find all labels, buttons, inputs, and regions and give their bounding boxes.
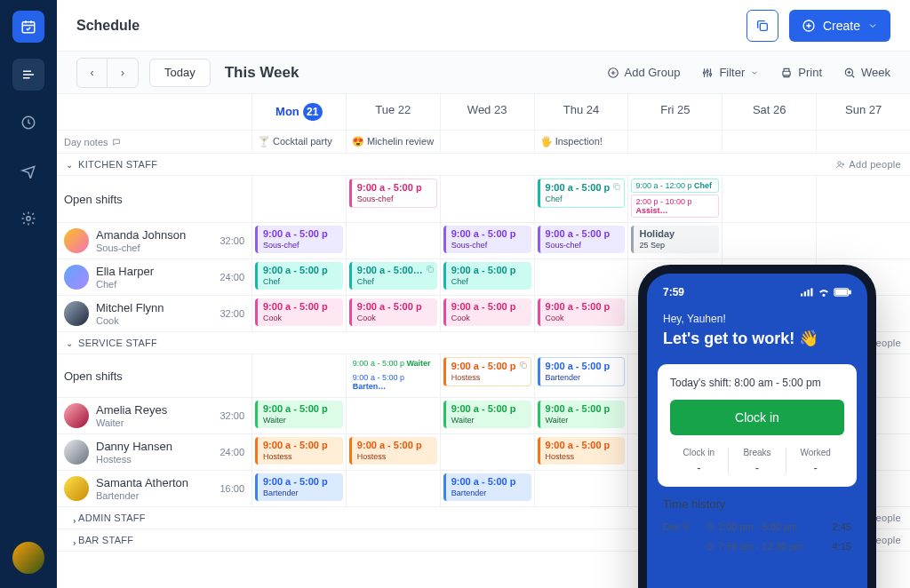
nav-settings[interactable] (12, 203, 44, 234)
nav-schedule[interactable] (12, 59, 44, 91)
shift[interactable]: 9:00 a - 5:00 pHostess (538, 437, 626, 465)
schedule-cell[interactable]: 9:00 a - 5:00 pCook (252, 296, 347, 331)
schedule-cell[interactable] (347, 471, 441, 506)
day-note[interactable]: 🍸 Cocktail party (252, 131, 347, 153)
shift[interactable]: 9:00 a - 5:00 pBartender (255, 473, 343, 501)
create-button[interactable]: Create (789, 10, 890, 42)
day-note[interactable] (817, 131, 910, 153)
schedule-cell[interactable] (817, 176, 910, 222)
person-row[interactable]: Danny HansenHostess 24:00 (57, 434, 252, 470)
user-avatar[interactable] (12, 542, 44, 574)
day-header-wed[interactable]: Wed 23 (441, 94, 535, 130)
schedule-cell[interactable]: 9:00 a - 5:00 pSous-chef (535, 223, 629, 258)
nav-time[interactable] (12, 107, 44, 139)
schedule-cell[interactable]: 9:00 a - 5:00 pBartender (441, 471, 535, 506)
shift[interactable]: 9:00 a - 5:00 pWaiter (538, 401, 626, 428)
schedule-cell[interactable] (722, 223, 817, 258)
schedule-cell[interactable]: 9:00 a - 5:00 pChef (535, 176, 629, 222)
person-row[interactable]: Samanta AthertonBartender 16:00 (57, 471, 252, 506)
shift[interactable]: 9:00 a - 5:00 pSous-chef (255, 226, 343, 253)
add-group-button[interactable]: Add Group (607, 66, 681, 79)
schedule-cell[interactable]: 9:00 a - 5:00 pHostess (347, 434, 441, 470)
schedule-cell[interactable]: 9:00 a - 5:00 pBartender (252, 471, 347, 506)
brand-logo[interactable] (12, 11, 44, 43)
schedule-cell[interactable]: 9:00 a - 5:00 pCook (347, 296, 441, 331)
person-row[interactable]: Amelia ReyesWaiter 32:00 (57, 398, 252, 433)
schedule-cell[interactable]: 9:00 a - 5:00…Chef (347, 259, 441, 295)
clock-in-button[interactable]: Clock in (670, 400, 844, 435)
schedule-cell[interactable]: 9:00 a - 5:00 pSous-chef (441, 223, 535, 258)
schedule-cell[interactable] (722, 176, 817, 222)
schedule-cell[interactable] (535, 259, 629, 295)
shift-open-compact[interactable]: 9:00 a - 5:00 p Barten… (349, 371, 437, 393)
view-week-button[interactable]: Week (843, 66, 890, 79)
schedule-cell[interactable]: 9:00 a - 5:00 pCook (441, 296, 535, 331)
schedule-cell[interactable]: 9:00 a - 5:00 pHostess (535, 434, 629, 470)
schedule-cell[interactable]: 9:00 a - 5:00 p Waiter 9:00 a - 5:00 p B… (347, 354, 441, 397)
shift-open[interactable]: 9:00 a - 5:00 pSous-chef (349, 179, 437, 208)
shift[interactable]: 9:00 a - 5:00 pCook (443, 298, 531, 326)
shift[interactable]: 9:00 a - 5:00 pWaiter (443, 401, 531, 428)
shift-open-compact[interactable]: 9:00 a - 12:00 p Chef (631, 179, 719, 193)
schedule-cell[interactable] (347, 223, 441, 258)
schedule-cell[interactable] (441, 434, 535, 470)
day-note[interactable] (628, 131, 722, 153)
schedule-cell[interactable]: 9:00 a - 5:00 pWaiter (441, 398, 535, 433)
schedule-cell[interactable]: 9:00 a - 12:00 p Chef 2:00 p - 10:00 p A… (628, 176, 722, 222)
schedule-cell[interactable]: 9:00 a - 5:00 pCook (535, 296, 629, 331)
history-row[interactable]: 7:59 am - 12:30 pm 4:15 (663, 541, 851, 552)
day-header-tue[interactable]: Tue 22 (347, 94, 441, 130)
schedule-cell[interactable] (817, 223, 910, 258)
schedule-cell[interactable] (347, 398, 441, 433)
person-row[interactable]: Mitchel FlynnCook 32:00 (57, 296, 252, 331)
schedule-cell[interactable]: Holiday25 Sep (628, 223, 722, 258)
shift[interactable]: 9:00 a - 5:00…Chef (349, 262, 437, 290)
schedule-cell[interactable] (252, 176, 347, 222)
day-header-fri[interactable]: Fri 25 (628, 94, 722, 130)
day-header-thu[interactable]: Thu 24 (535, 94, 629, 130)
schedule-cell[interactable]: 9:00 a - 5:00 pWaiter (252, 398, 347, 433)
filter-button[interactable]: Filter (701, 66, 759, 79)
schedule-cell[interactable]: 9:00 a - 5:00 pChef (252, 259, 347, 295)
day-note[interactable] (441, 131, 535, 153)
day-header-mon[interactable]: Mon21 (252, 94, 347, 130)
shift[interactable]: 9:00 a - 5:00 pBartender (443, 473, 531, 501)
shift[interactable]: 9:00 a - 5:00 pHostess (349, 437, 437, 465)
day-note[interactable]: 🖐 Inspection! (535, 131, 629, 153)
shift[interactable]: 9:00 a - 5:00 pWaiter (255, 401, 343, 428)
next-week-button[interactable]: › (108, 59, 138, 87)
schedule-cell[interactable] (441, 176, 535, 222)
schedule-cell[interactable] (252, 354, 347, 397)
person-row[interactable]: Ella HarperChef 24:00 (57, 259, 252, 295)
shift-open[interactable]: 9:00 a - 5:00 pBartender (538, 357, 626, 386)
schedule-cell[interactable]: 9:00 a - 5:00 pBartender (535, 354, 629, 397)
today-button[interactable]: Today (149, 59, 211, 87)
shift-open[interactable]: 9:00 a - 5:00 pHostess (443, 357, 531, 386)
shift[interactable]: 9:00 a - 5:00 pChef (443, 262, 531, 290)
prev-week-button[interactable]: ‹ (77, 59, 108, 87)
print-button[interactable]: Print (780, 66, 822, 79)
schedule-cell[interactable]: 9:00 a - 5:00 pHostess (252, 434, 347, 470)
schedule-cell[interactable]: 9:00 a - 5:00 pWaiter (535, 398, 629, 433)
schedule-cell[interactable]: 9:00 a - 5:00 pSous-chef (252, 223, 347, 258)
person-row[interactable]: Amanda JohnsonSous-chef 32:00 (57, 223, 252, 258)
group-kitchen[interactable]: ⌄ KITCHEN STAFF Add people (57, 154, 910, 176)
shift[interactable]: 9:00 a - 5:00 pHostess (255, 437, 343, 465)
history-row[interactable]: Dec 9 2:00 pm - 5:00 pm 2:45 (663, 521, 851, 532)
shift-open-compact[interactable]: 9:00 a - 5:00 p Waiter (349, 357, 437, 369)
day-header-sun[interactable]: Sun 27 (817, 94, 910, 130)
shift-holiday[interactable]: Holiday25 Sep (631, 226, 719, 253)
schedule-cell[interactable]: 9:00 a - 5:00 pChef (441, 259, 535, 295)
copy-button[interactable] (746, 10, 778, 42)
day-header-sat[interactable]: Sat 26 (722, 94, 817, 130)
shift[interactable]: 9:00 a - 5:00 pSous-chef (538, 226, 626, 253)
shift[interactable]: 9:00 a - 5:00 pSous-chef (443, 226, 531, 253)
schedule-cell[interactable]: 9:00 a - 5:00 pHostess (441, 354, 535, 397)
shift[interactable]: 9:00 a - 5:00 pCook (349, 298, 437, 326)
schedule-cell[interactable]: 9:00 a - 5:00 pSous-chef (347, 176, 441, 222)
shift-open-compact[interactable]: 2:00 p - 10:00 p Assist… (631, 195, 719, 218)
day-note[interactable]: 😍 Michelin review (347, 131, 441, 153)
schedule-cell[interactable] (535, 471, 629, 506)
shift[interactable]: 9:00 a - 5:00 pCook (538, 298, 626, 326)
shift-open[interactable]: 9:00 a - 5:00 pChef (538, 179, 626, 208)
